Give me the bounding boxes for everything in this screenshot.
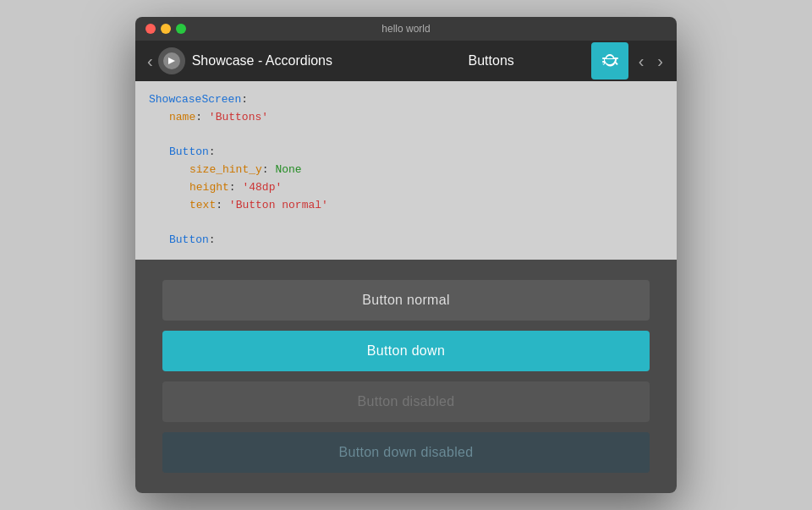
code-line-2: name: 'Buttons' bbox=[169, 109, 663, 127]
navbar: ‹ Showcase - Accordions Buttons ‹ › bbox=[135, 41, 677, 81]
code-panel: ShowcaseScreen: name: 'Buttons' Button: … bbox=[135, 81, 677, 260]
demo-panel: Button normal Button down Button disable… bbox=[135, 260, 677, 493]
bug-button[interactable] bbox=[591, 42, 628, 80]
titlebar-buttons bbox=[145, 24, 186, 34]
code-line-7: text: 'Button normal' bbox=[189, 197, 663, 215]
code-line-1: ShowcaseScreen: bbox=[149, 91, 663, 109]
maximize-button[interactable] bbox=[176, 24, 186, 34]
app-window: hello world ‹ Showcase - Accordions Butt… bbox=[135, 17, 677, 493]
code-line-8 bbox=[149, 214, 663, 232]
code-key4: text bbox=[189, 199, 216, 211]
nav-actions: ‹ › bbox=[591, 42, 670, 80]
minimize-button[interactable] bbox=[161, 24, 171, 34]
showcase-title: Showcase - Accordions bbox=[192, 53, 392, 69]
button-normal[interactable]: Button normal bbox=[162, 280, 650, 321]
code-line-9: Button: bbox=[169, 232, 663, 250]
code-val: 'Buttons' bbox=[209, 111, 268, 123]
code-keyword3: Button bbox=[169, 233, 209, 246]
button-down[interactable]: Button down bbox=[162, 331, 650, 371]
code-keyword2: Button bbox=[169, 145, 209, 158]
code-line-3 bbox=[149, 127, 663, 145]
code-line-4: Button: bbox=[169, 144, 663, 162]
prev-button[interactable]: ‹ bbox=[632, 52, 651, 69]
window-title: hello world bbox=[381, 23, 430, 35]
titlebar: hello world bbox=[135, 17, 677, 41]
code-val4: 'Button normal' bbox=[229, 199, 328, 211]
button-down-disabled: Button down disabled bbox=[162, 432, 650, 473]
code-keyword: ShowcaseScreen bbox=[149, 93, 241, 106]
app-logo bbox=[158, 47, 185, 74]
screen-title: Buttons bbox=[392, 53, 591, 69]
back-arrow-icon[interactable]: ‹ bbox=[142, 52, 158, 69]
close-button[interactable] bbox=[145, 24, 156, 34]
button-disabled: Button disabled bbox=[162, 381, 650, 422]
code-line-5: size_hint_y: None bbox=[189, 162, 663, 179]
code-key2: size_hint_y bbox=[189, 163, 262, 176]
code-val2: None bbox=[275, 163, 301, 176]
code-val3: '48dp' bbox=[242, 181, 282, 194]
code-key3: height bbox=[189, 181, 229, 194]
next-button[interactable]: › bbox=[650, 52, 670, 69]
code-line-6: height: '48dp' bbox=[189, 179, 663, 197]
code-key: name bbox=[169, 111, 195, 123]
